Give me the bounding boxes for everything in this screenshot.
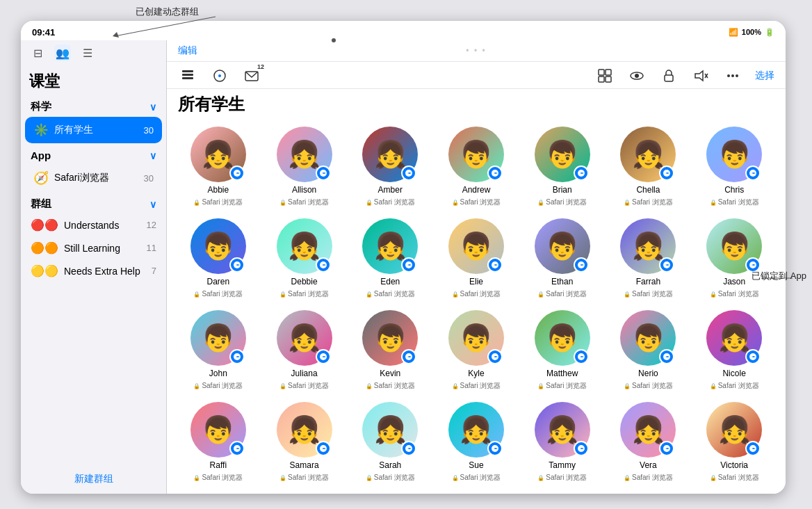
student-app: Safari 浏览器 bbox=[452, 473, 501, 483]
student-name: Raffi bbox=[210, 460, 227, 470]
student-card-samara[interactable]: 👧 Samara Safari 浏览器 bbox=[264, 402, 345, 483]
sidebar-panel-icon[interactable]: ⊟ bbox=[29, 45, 46, 61]
student-card-jason[interactable]: 👦 Jason Safari 浏览器 bbox=[694, 218, 774, 299]
student-avatar-wrap: 👧 bbox=[362, 402, 418, 458]
sidebar-people-icon[interactable]: 👥 bbox=[54, 45, 71, 61]
toolbar-grid-icon[interactable] bbox=[595, 66, 615, 86]
understands-count: 12 bbox=[147, 220, 156, 230]
sidebar-groups-section[interactable]: 群组 ∨ bbox=[21, 192, 166, 213]
sidebar-item-all-students[interactable]: ✳️ 所有学生 30 bbox=[25, 117, 162, 143]
sidebar-group-still-learning[interactable]: 🟠🟠 Still Learning 11 bbox=[21, 236, 166, 259]
student-name: Ethan bbox=[551, 277, 573, 286]
sidebar-science-label: 科学 bbox=[31, 100, 51, 113]
student-face: 👧 bbox=[288, 141, 320, 168]
student-face: 👦 bbox=[718, 141, 751, 168]
student-card-daren[interactable]: 👦 Daren Safari 浏览器 bbox=[178, 218, 259, 299]
student-avatar-wrap: 👦 bbox=[706, 218, 762, 274]
student-card-nerio[interactable]: 👦 Nerio Safari 浏览器 bbox=[608, 310, 689, 391]
toolbar-lock-icon[interactable] bbox=[659, 66, 679, 86]
edit-button[interactable]: 编辑 bbox=[178, 45, 197, 57]
student-app: Safari 浏览器 bbox=[279, 289, 329, 299]
all-students-label: 所有学生 bbox=[54, 124, 138, 136]
toolbar-mute-icon[interactable] bbox=[691, 66, 710, 86]
student-face: 👦 bbox=[718, 233, 751, 259]
sidebar-group-understands[interactable]: 🔴🔴 Understands 12 bbox=[21, 213, 166, 236]
student-card-brian[interactable]: 👦 Brian Safari 浏览器 bbox=[522, 127, 603, 207]
student-app: Safari 浏览器 bbox=[624, 473, 673, 483]
toolbar-layers-icon[interactable] bbox=[178, 66, 197, 86]
new-group-button[interactable]: 新建群组 bbox=[74, 473, 113, 484]
student-card-sue[interactable]: 👧 Sue Safari 浏览器 bbox=[436, 402, 517, 483]
student-avatar-wrap: 👧 bbox=[362, 127, 418, 182]
drag-handle: • • • bbox=[466, 46, 486, 56]
student-face: 👦 bbox=[374, 325, 407, 351]
toolbar-mail-icon[interactable]: 12 bbox=[242, 66, 261, 86]
student-face: 👧 bbox=[632, 141, 665, 168]
student-card-kevin[interactable]: 👦 Kevin Safari 浏览器 bbox=[350, 310, 430, 391]
student-card-allison[interactable]: 👧 Allison Safari 浏览器 bbox=[264, 127, 345, 207]
still-learning-label: Still Learning bbox=[64, 243, 141, 254]
student-card-debbie[interactable]: 👧 Debbie Safari 浏览器 bbox=[264, 218, 345, 299]
student-name: Chella bbox=[636, 185, 660, 195]
student-card-john[interactable]: 👦 John Safari 浏览器 bbox=[178, 310, 259, 391]
svg-point-20 bbox=[727, 74, 730, 77]
toolbar-compass-icon[interactable] bbox=[210, 66, 229, 86]
student-card-vera[interactable]: 👧 Vera Safari 浏览器 bbox=[608, 402, 689, 483]
student-card-juliana[interactable]: 👧 Juliana Safari 浏览器 bbox=[264, 310, 345, 391]
student-face: 👧 bbox=[202, 141, 234, 168]
student-card-ethan[interactable]: 👦 Ethan Safari 浏览器 bbox=[522, 218, 603, 299]
student-app: Safari 浏览器 bbox=[193, 197, 243, 207]
student-avatar-wrap: 👧 bbox=[190, 127, 246, 182]
student-card-elie[interactable]: 👦 Elie Safari 浏览器 bbox=[436, 218, 517, 299]
student-card-kyle[interactable]: 👦 Kyle Safari 浏览器 bbox=[436, 310, 517, 391]
sidebar-app-label: App bbox=[31, 150, 51, 161]
student-card-andrew[interactable]: 👦 Andrew Safari 浏览器 bbox=[436, 127, 517, 207]
student-face: 👧 bbox=[632, 417, 665, 443]
select-button[interactable]: 选择 bbox=[755, 70, 774, 82]
student-name: Sue bbox=[469, 460, 483, 470]
student-name: Matthew bbox=[546, 369, 578, 378]
safari-badge bbox=[574, 165, 589, 181]
student-card-tammy[interactable]: 👧 Tammy Safari 浏览器 bbox=[522, 402, 603, 483]
student-face: 👧 bbox=[374, 233, 407, 259]
svg-marker-17 bbox=[695, 71, 703, 81]
student-card-eden[interactable]: 👧 Eden Safari 浏览器 bbox=[350, 218, 430, 299]
student-app: Safari 浏览器 bbox=[366, 197, 415, 207]
student-card-matthew[interactable]: 👦 Matthew Safari 浏览器 bbox=[522, 310, 603, 391]
sidebar-group-needs-help[interactable]: 🟡🟡 Needs Extra Help 7 bbox=[21, 259, 166, 282]
safari-badge bbox=[574, 257, 589, 273]
toolbar-more-icon[interactable] bbox=[723, 66, 742, 86]
toolbar-eye-icon[interactable] bbox=[627, 66, 647, 86]
student-avatar-wrap: 👧 bbox=[706, 310, 762, 366]
student-avatar-wrap: 👧 bbox=[706, 402, 762, 458]
student-name: Abbie bbox=[208, 185, 229, 195]
student-card-amber[interactable]: 👧 Amber Safari 浏览器 bbox=[350, 127, 430, 207]
student-app: Safari 浏览器 bbox=[537, 381, 587, 391]
student-card-farrah[interactable]: 👧 Farrah Safari 浏览器 bbox=[608, 218, 689, 299]
sidebar-science-section[interactable]: 科学 ∨ bbox=[21, 95, 166, 116]
student-avatar-wrap: 👧 bbox=[620, 218, 676, 274]
student-card-sarah[interactable]: 👧 Sarah Safari 浏览器 bbox=[350, 402, 430, 483]
student-name: Kyle bbox=[468, 369, 484, 378]
student-name: Kevin bbox=[380, 369, 400, 378]
safari-badge bbox=[316, 441, 331, 456]
student-avatar-wrap: 👦 bbox=[448, 310, 504, 366]
student-face: 👦 bbox=[202, 325, 234, 351]
student-card-victoria[interactable]: 👧 Victoria Safari 浏览器 bbox=[694, 402, 774, 483]
student-avatar-wrap: 👦 bbox=[448, 127, 504, 182]
student-card-abbie[interactable]: 👧 Abbie Safari 浏览器 bbox=[178, 127, 259, 207]
svg-point-15 bbox=[635, 74, 639, 78]
student-card-chris[interactable]: 👦 Chris Safari 浏览器 bbox=[694, 127, 774, 207]
student-card-nicole[interactable]: 👧 Nicole Safari 浏览器 bbox=[694, 310, 774, 391]
student-card-chella[interactable]: 👧 Chella Safari 浏览器 bbox=[608, 127, 689, 207]
safari-badge bbox=[745, 349, 761, 364]
student-app: Safari 浏览器 bbox=[366, 381, 415, 391]
sidebar-list-icon[interactable]: ☰ bbox=[79, 45, 96, 61]
sidebar-app-section[interactable]: App ∨ bbox=[21, 144, 166, 164]
student-face: 👦 bbox=[202, 417, 234, 443]
student-card-raffi[interactable]: 👦 Raffi Safari 浏览器 bbox=[178, 402, 259, 483]
student-app: Safari 浏览器 bbox=[624, 289, 673, 299]
student-avatar-wrap: 👧 bbox=[277, 218, 332, 274]
student-face: 👧 bbox=[288, 325, 320, 351]
sidebar-item-safari[interactable]: 🧭 Safari浏览器 30 bbox=[25, 165, 162, 191]
